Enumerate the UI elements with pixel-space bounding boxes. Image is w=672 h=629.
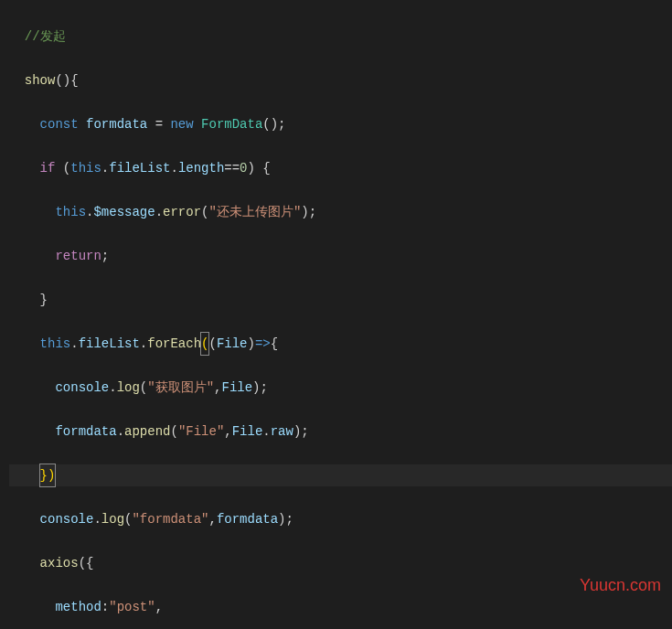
code-editor[interactable]: //发起 show(){ const formdata = new FormDa… — [0, 0, 672, 629]
code-line: } — [9, 289, 672, 311]
matched-bracket: }) — [39, 464, 57, 487]
code-line: this.$message.error("还未上传图片"); — [9, 201, 672, 223]
code-line: this.fileList.forEach((File)=>{ — [9, 333, 672, 355]
watermark-text: Yuucn.com — [580, 574, 661, 596]
comment: //发起 — [25, 29, 66, 44]
code-line: console.log("获取图片",File); — [9, 377, 672, 399]
code-line: const formdata = new FormData(); — [9, 113, 672, 135]
code-line: formdata.append("File",File.raw); — [9, 421, 672, 442]
code-line: axios({ — [9, 552, 672, 574]
code-line: method:"post", — [9, 596, 672, 618]
code-line: show(){ — [9, 69, 672, 91]
code-line: console.log("formdata",formdata); — [9, 508, 672, 530]
cursor-line: }) — [9, 464, 672, 486]
code-line: if (this.fileList.length==0) { — [9, 157, 672, 179]
code-line: //发起 — [9, 26, 672, 48]
code-line: return; — [9, 245, 672, 267]
